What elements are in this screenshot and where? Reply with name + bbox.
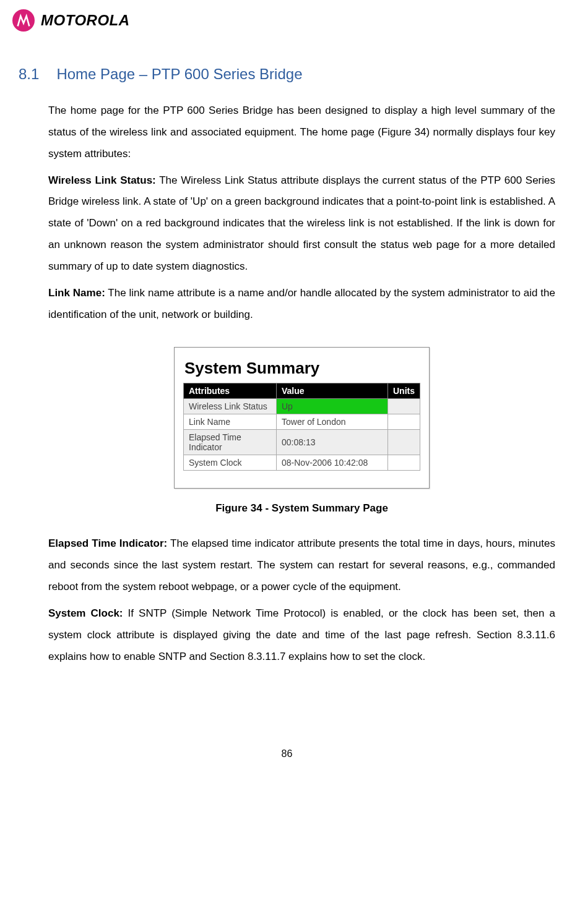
wireless-link-status-paragraph: Wireless Link Status: The Wireless Link … — [48, 170, 555, 278]
section-heading: 8.1 Home Page – PTP 600 Series Bridge — [19, 66, 555, 83]
cell-value: 00:08:13 — [277, 430, 388, 455]
cell-value: Tower of London — [277, 414, 388, 430]
wireless-link-status-body: The Wireless Link Status attribute displ… — [48, 174, 555, 272]
table-row: System Clock08-Nov-2006 10:42:08 — [184, 455, 420, 471]
system-clock-paragraph: System Clock: If SNTP (Simple Network Ti… — [48, 603, 555, 668]
cell-value: Up — [277, 399, 388, 414]
link-name-body: The link name attribute is a name and/or… — [48, 287, 555, 320]
cell-units — [388, 399, 420, 414]
col-attributes: Attributes — [184, 383, 277, 399]
elapsed-time-label: Elapsed Time Indicator: — [48, 537, 167, 549]
system-summary-table: Attributes Value Units Wireless Link Sta… — [183, 383, 420, 471]
system-summary-title: System Summary — [184, 359, 420, 378]
figure-34: System Summary Attributes Value Units Wi… — [48, 347, 555, 515]
page-number: 86 — [19, 748, 555, 759]
figure-caption: Figure 34 - System Summary Page — [215, 502, 388, 515]
cell-units — [388, 414, 420, 430]
link-name-paragraph: Link Name: The link name attribute is a … — [48, 283, 555, 326]
system-clock-body: If SNTP (Simple Network Time Protocol) i… — [48, 607, 555, 662]
system-summary-body: Wireless Link StatusUpLink NameTower of … — [184, 399, 420, 471]
system-clock-label: System Clock: — [48, 607, 123, 619]
wireless-link-status-label: Wireless Link Status: — [48, 174, 156, 186]
cell-units — [388, 430, 420, 455]
brand-header: MOTOROLA — [12, 9, 555, 32]
section-title: Home Page – PTP 600 Series Bridge — [56, 66, 302, 83]
cell-value: 08-Nov-2006 10:42:08 — [277, 455, 388, 471]
system-summary-panel: System Summary Attributes Value Units Wi… — [174, 347, 430, 489]
table-row: Link NameTower of London — [184, 414, 420, 430]
col-units: Units — [388, 383, 420, 399]
cell-attribute: Link Name — [184, 414, 277, 430]
link-name-label: Link Name: — [48, 287, 105, 299]
cell-attribute: Elapsed Time Indicator — [184, 430, 277, 455]
section-number: 8.1 — [19, 66, 39, 83]
brand-name: MOTOROLA — [41, 12, 130, 29]
cell-attribute: Wireless Link Status — [184, 399, 277, 414]
cell-attribute: System Clock — [184, 455, 277, 471]
table-row: Wireless Link StatusUp — [184, 399, 420, 414]
cell-units — [388, 455, 420, 471]
motorola-logo-icon — [12, 9, 35, 32]
intro-paragraph: The home page for the PTP 600 Series Bri… — [48, 100, 555, 165]
col-value: Value — [277, 383, 388, 399]
elapsed-time-paragraph: Elapsed Time Indicator: The elapsed time… — [48, 533, 555, 598]
table-row: Elapsed Time Indicator00:08:13 — [184, 430, 420, 455]
